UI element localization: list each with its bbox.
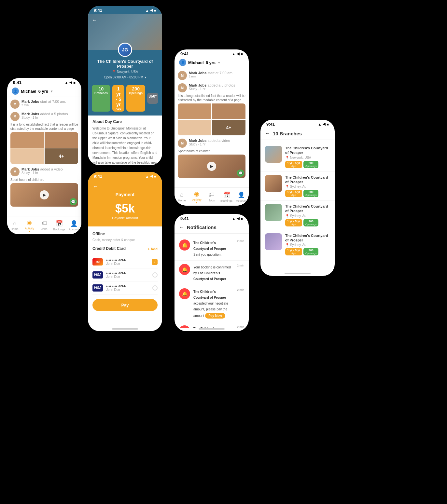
branch-openings-1: 200 Openings xyxy=(303,161,318,168)
branch-age-val-2: 1 yr - 5 yr xyxy=(287,190,300,194)
signal-icon-4: ▲ xyxy=(232,52,235,56)
nav-jobs-label-4: Jobs xyxy=(208,199,215,202)
nav-activity-1[interactable]: ◉ Activity xyxy=(22,219,37,232)
notif-body-1: The Children's Courtyard of Prosper Sent… xyxy=(193,239,232,257)
home-indicator-6 xyxy=(285,273,311,274)
chevron-icon-4[interactable]: ▾ xyxy=(218,61,220,64)
school-location: 📍 Newyork, USA xyxy=(92,70,158,74)
branch-openings-label-4: Openings xyxy=(305,252,316,255)
phone-notifications: 9:41 ▲ ◀ ■ ← Notifications 🔔 The Childre… xyxy=(175,214,249,331)
signal-icon-5: ▲ xyxy=(232,217,235,221)
user-header-1[interactable]: 👤 Michael 6 yrs ▾ xyxy=(7,86,81,97)
feed-name-4a: Mark Jobs start at 7:00 am. xyxy=(189,71,245,75)
nav-bookings-4[interactable]: 📅 Bookings xyxy=(219,191,234,202)
branches-back-button[interactable]: ← xyxy=(265,130,270,136)
chevron-icon-1[interactable]: ▾ xyxy=(51,89,52,93)
play-button-1[interactable]: ▶ xyxy=(40,190,49,199)
home-icon-4: ⌂ xyxy=(180,191,184,198)
signal-icon-6: ▲ xyxy=(318,122,321,126)
branch-info-1: The Children's Courtyard of Prosper 📍 Ne… xyxy=(285,146,330,168)
notif-time-4: 2 min xyxy=(237,325,244,328)
branch-name-3: The Children's Courtyard of Prosper xyxy=(285,204,330,213)
branches-tag: 10 Branches xyxy=(92,85,110,112)
branch-info-2: The Children's Courtyard of Prosper 📍 Sy… xyxy=(285,175,330,198)
status-icons-2: ▲ ◀ ■ xyxy=(145,8,156,12)
pay-now-button[interactable]: Pay Now xyxy=(205,313,225,319)
nav-account-label-4: Account xyxy=(236,199,247,202)
battery-icon-6: ■ xyxy=(327,122,329,126)
payment-back-button[interactable]: ← xyxy=(92,183,158,190)
nav-jobs-label-1: Jobs xyxy=(41,227,47,231)
visa-logo-2: VISA xyxy=(92,284,103,292)
signal-icon: ▲ xyxy=(64,81,68,85)
wifi-icon-5: ◀ xyxy=(237,216,239,221)
chat-icon-4[interactable]: 💬 xyxy=(237,170,244,177)
notif-time-3: 2 min xyxy=(237,288,244,292)
nav-jobs-1[interactable]: 🏷 Jobs xyxy=(37,220,52,231)
feed-text-4c: Sport hours of children. xyxy=(178,149,245,153)
user-header-4[interactable]: 👤 Michael 6 yrs ▾ xyxy=(175,58,249,68)
notif-text-1: The Children's Courtyard of Prosper Sent… xyxy=(193,241,226,256)
feed-time-4a: 2 min xyxy=(189,75,245,78)
notif-icon-4: 🔔 xyxy=(179,325,190,328)
nav-bookings-1[interactable]: 📅 Bookings xyxy=(52,220,67,231)
notifications-header: ← Notifications xyxy=(175,222,249,234)
card-item-2[interactable]: VISA •••• •••• 3266 John Doe xyxy=(92,268,158,281)
card-radio-2[interactable] xyxy=(152,272,158,278)
notif-back-button[interactable]: ← xyxy=(179,224,184,230)
card-item-1[interactable]: MC •••• •••• 3266 John Doe ✓ xyxy=(92,255,158,268)
account-icon-4: 👤 xyxy=(238,191,245,198)
bookings-icon-4: 📅 xyxy=(223,191,230,198)
nav-home-label-1: Home xyxy=(11,227,19,231)
photo-3 xyxy=(10,148,44,164)
nav-activity-4[interactable]: ◉ Activity xyxy=(189,190,204,203)
payment-header: ← Payment $5k Payable Amount xyxy=(88,180,162,226)
branch-openings-label-2: Openings xyxy=(305,194,316,197)
visa-logo-1: VISA xyxy=(92,271,103,279)
branch-loc-1: 📍 Newyork, USA xyxy=(285,156,330,159)
video-thumb-1[interactable]: ▶ 💬 xyxy=(10,183,78,207)
signal-icon-3: ▲ xyxy=(145,174,149,178)
status-icons-1: ▲ ◀ ■ xyxy=(64,80,76,85)
branch-name-2: The Children's Courtyard of Prosper xyxy=(285,175,330,184)
card-item-3[interactable]: VISA •••• •••• 3266 John Doe xyxy=(92,281,158,294)
card-radio-3[interactable] xyxy=(152,285,158,291)
nav-home-4[interactable]: ⌂ Home xyxy=(175,191,189,202)
branch-openings-2: 200 Openings xyxy=(303,190,318,197)
pay-button[interactable]: Pay xyxy=(92,299,158,311)
photo-grid-4: 4+ xyxy=(178,103,245,135)
branch-pin-2: 📍 xyxy=(285,185,289,188)
feed-avatar-4c: M xyxy=(178,139,187,148)
phone-branches: 9:41 ▲ ◀ ■ ← 10 Branches The Children's … xyxy=(260,120,335,276)
bottom-nav-1: ⌂ Home ◉ Activity 🏷 Jobs 📅 Bookings 👤 Ac… xyxy=(7,216,81,234)
openings-tag: 200 Openings xyxy=(126,85,145,112)
add-card-button[interactable]: + Add xyxy=(148,247,158,251)
branch-info-3: The Children's Courtyard of Prosper 📍 Sy… xyxy=(285,204,330,226)
branch-name-1: The Children's Courtyard of Prosper xyxy=(285,146,330,155)
nav-home-1[interactable]: ⌂ Home xyxy=(7,220,22,231)
logo-text: JG xyxy=(122,47,128,52)
back-button-2[interactable]: ← xyxy=(92,17,97,23)
video-thumb-4[interactable]: ▶ 💬 xyxy=(178,155,245,178)
branch-item-3[interactable]: The Children's Courtyard of Prosper 📍 Sy… xyxy=(260,201,335,230)
branch-item-4[interactable]: The Children's Courtyard of Prosper 📍 Sy… xyxy=(260,230,335,259)
feed-avatar-4b: M xyxy=(178,83,187,92)
notif-text-2: Your booking is confirmed by The Childre… xyxy=(193,266,231,281)
view-360-tag[interactable]: 360° xyxy=(147,93,158,104)
nav-account-1[interactable]: 👤 Account xyxy=(66,220,81,231)
branch-item-2[interactable]: The Children's Courtyard of Prosper 📍 Sy… xyxy=(260,172,335,201)
chat-icon-1[interactable]: 💬 xyxy=(70,198,77,205)
about-title: About Day Care xyxy=(92,119,158,124)
feed-avatar-3: M xyxy=(10,167,20,176)
feed-action-1: start at 7:00 am. xyxy=(40,100,66,103)
play-button-4[interactable]: ▶ xyxy=(207,162,216,171)
jobs-icon-4: 🏷 xyxy=(209,191,215,198)
notif-item-2: 🔔 Your booking is confirmed by The Child… xyxy=(175,261,249,285)
wifi-icon-3: ◀ xyxy=(150,174,153,178)
branch-item-1[interactable]: The Children's Courtyard of Prosper 📍 Ne… xyxy=(260,143,335,172)
nav-jobs-4[interactable]: 🏷 Jobs xyxy=(204,191,219,202)
nav-account-4[interactable]: 👤 Account xyxy=(234,191,249,202)
activity-icon-4: ◉ xyxy=(194,190,199,198)
feed-avatar-4a: M xyxy=(178,71,187,80)
payment-body: Offline Cash, money order & cheque Credi… xyxy=(88,226,162,315)
